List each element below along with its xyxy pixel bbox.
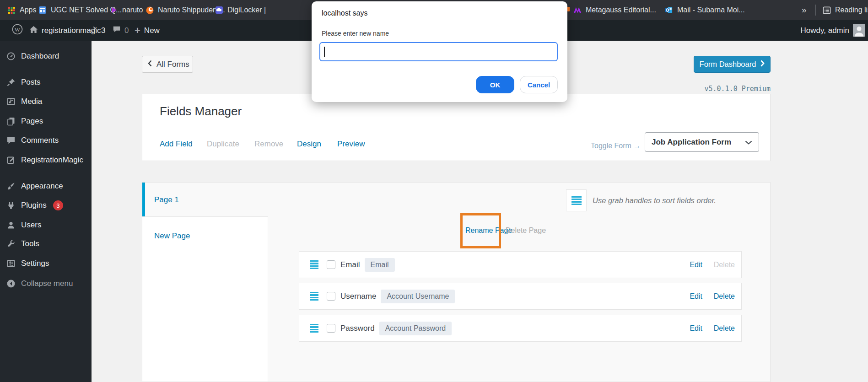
field-checkbox[interactable]: [327, 324, 335, 333]
sort-handle-demo-box: [566, 189, 587, 211]
delete-page-button[interactable]: Delete Page: [506, 226, 546, 235]
remove-button[interactable]: Remove: [254, 140, 283, 149]
toggle-form-link[interactable]: Toggle Form →: [591, 142, 641, 150]
page-title: Fields Manager: [160, 104, 242, 118]
page-tab-1[interactable]: Page 1: [154, 195, 179, 204]
edit-field-link[interactable]: Edit: [690, 292, 702, 301]
all-forms-button[interactable]: All Forms: [142, 56, 193, 73]
cloud-icon: [215, 6, 223, 14]
bookmark-digilocker[interactable]: DigiLocker |: [215, 0, 266, 20]
svg-text:W: W: [15, 26, 21, 33]
field-label: Email: [340, 260, 360, 269]
bookmark-metagauss[interactable]: Metagauss Editorial...: [573, 0, 656, 20]
pages-icon: [6, 117, 16, 126]
sidebar-item-users[interactable]: Users: [0, 216, 92, 234]
sidebar-item-label: Media: [21, 97, 42, 106]
prompt-input[interactable]: [319, 42, 558, 61]
sidebar-item-comments[interactable]: Comments: [0, 132, 92, 149]
grab-handle-icon[interactable]: [310, 292, 318, 301]
wp-logo-menu[interactable]: W: [12, 20, 23, 41]
comments-count: 0: [124, 26, 129, 35]
add-field-button[interactable]: Add Field: [160, 140, 193, 149]
comments-menu[interactable]: 0: [113, 20, 129, 41]
sidebar-item-label: Settings: [21, 259, 49, 268]
pages-column: [142, 216, 268, 382]
collapse-arrow-icon: [6, 279, 16, 288]
pushpin-icon: [6, 78, 16, 87]
browser-prompt-dialog: localhost says Please enter new name OK …: [312, 1, 567, 102]
wp-sidebar: Dashboard Posts Media Pages Comments Reg…: [0, 41, 92, 382]
sidebar-item-registrationmagic[interactable]: RegistrationMagic: [0, 151, 92, 169]
sidebar-item-plugins[interactable]: Plugins 3: [0, 197, 92, 214]
bookmark-ugc-net[interactable]: UGC NET Solved Q...: [38, 0, 122, 20]
play-icon: [110, 6, 118, 14]
duplicate-button[interactable]: Duplicate: [207, 140, 239, 149]
window-icon: [38, 6, 47, 14]
delete-field-link[interactable]: Delete: [714, 324, 735, 333]
delete-field-link[interactable]: Delete: [714, 261, 735, 269]
bookmark-label: Mail - Subarna Moi...: [677, 6, 745, 14]
apps-grid-icon: [7, 6, 16, 14]
screen: Apps UGC NET Solved Q... naruto Naruto S…: [0, 0, 868, 382]
my-account-menu[interactable]: Howdy, admin: [801, 20, 865, 41]
bookmark-naruto-shippuden[interactable]: Naruto Shippuden:...: [146, 0, 225, 20]
delete-field-link[interactable]: Delete: [714, 292, 735, 301]
form-select-dropdown[interactable]: Job Application Form: [645, 132, 759, 152]
sidebar-item-tools[interactable]: Tools: [0, 235, 92, 253]
grab-handle-icon: [571, 196, 582, 205]
ok-button[interactable]: OK: [476, 76, 514, 93]
edit-field-link[interactable]: Edit: [690, 324, 702, 333]
reading-list-label: Reading list: [835, 6, 868, 14]
plugins-count-badge: 3: [53, 200, 63, 210]
sidebar-item-posts[interactable]: Posts: [0, 74, 92, 91]
chevron-down-icon: [745, 138, 752, 146]
plus-icon: +: [135, 26, 140, 36]
sort-hint-text: Use grab handles to sort fields order.: [593, 196, 716, 205]
bookmark-mail[interactable]: Mail - Subarna Moi...: [665, 0, 745, 20]
field-checkbox[interactable]: [327, 260, 335, 269]
sidebar-item-pages[interactable]: Pages: [0, 113, 92, 130]
sidebar-item-label: Plugins: [21, 201, 47, 210]
preview-button[interactable]: Preview: [337, 140, 365, 149]
grab-handle-icon[interactable]: [310, 260, 318, 269]
sidebar-item-dashboard[interactable]: Dashboard: [0, 48, 92, 65]
new-page-button[interactable]: New Page: [154, 231, 190, 241]
sidebar-item-label: Appearance: [21, 182, 63, 191]
field-label: Username: [340, 292, 376, 301]
bookmark-apps[interactable]: Apps: [7, 0, 36, 20]
field-label: Password: [340, 324, 375, 333]
form-dashboard-label: Form Dashboard: [700, 60, 756, 69]
wordpress-logo-icon: W: [12, 24, 23, 37]
sidebar-item-media[interactable]: Media: [0, 93, 92, 110]
bookmark-label: DigiLocker |: [227, 6, 266, 14]
brush-icon: [6, 182, 16, 191]
sidebar-item-label: RegistrationMagic: [21, 156, 83, 165]
edit-field-link[interactable]: Edit: [690, 261, 702, 269]
sidebar-item-appearance[interactable]: Appearance: [0, 178, 92, 195]
text-caret: [324, 47, 325, 57]
new-content-menu[interactable]: + New: [135, 20, 160, 41]
howdy-text: Howdy, admin: [801, 26, 849, 35]
all-forms-label: All Forms: [156, 60, 189, 69]
sliders-icon: [6, 259, 16, 268]
grab-handle-icon[interactable]: [310, 324, 318, 333]
cancel-button[interactable]: Cancel: [520, 76, 558, 93]
updates-count: 3: [101, 26, 105, 35]
field-checkbox[interactable]: [327, 292, 335, 301]
new-label: New: [144, 26, 160, 35]
bookmark-naruto[interactable]: naruto: [110, 0, 143, 20]
chevron-left-icon: [148, 60, 152, 69]
sidebar-item-collapse-menu[interactable]: Collapse menu: [0, 275, 92, 292]
updates-menu[interactable]: 3: [89, 20, 105, 41]
bookmarks-overflow-chevron[interactable]: »: [802, 0, 807, 20]
media-icon: [6, 97, 16, 106]
fields-manager-card: Fields Manager Add Field Duplicate Remov…: [142, 94, 771, 161]
design-button[interactable]: Design: [297, 140, 321, 149]
form-dashboard-button[interactable]: Form Dashboard: [694, 56, 771, 73]
plugin-version-label: v5.0.1.0 Premium: [666, 85, 771, 93]
sidebar-item-settings[interactable]: Settings: [0, 255, 92, 272]
sidebar-item-label: Users: [21, 221, 41, 230]
avatar: [853, 24, 865, 37]
reading-list-button[interactable]: Reading list: [823, 0, 868, 20]
overflow-chevron-glyph: »: [802, 5, 807, 15]
